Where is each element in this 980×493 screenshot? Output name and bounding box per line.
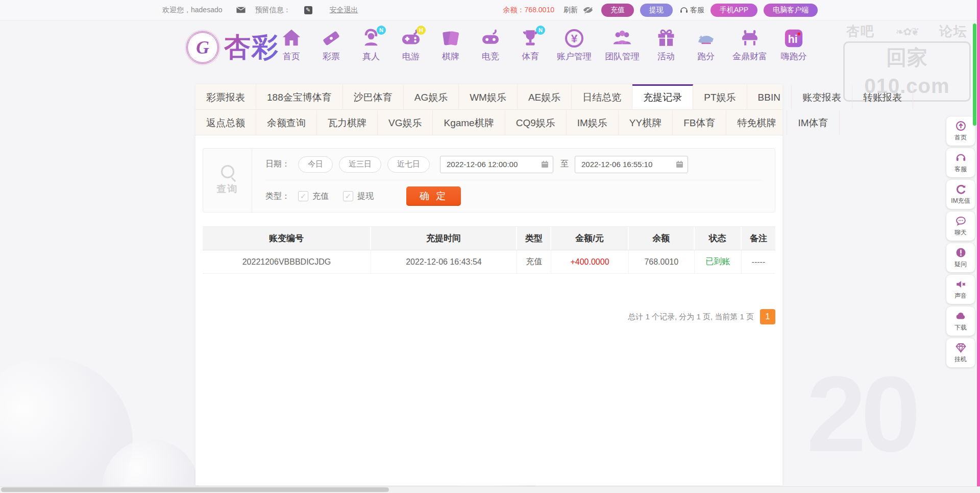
tab-Kgame棋牌[interactable]: Kgame棋牌 bbox=[433, 110, 505, 135]
nav-item-首页[interactable]: 首页 bbox=[278, 28, 305, 62]
quick-date-今日[interactable]: 今日 bbox=[298, 156, 333, 173]
tab-IM娱乐[interactable]: IM娱乐 bbox=[567, 110, 619, 135]
nav-label: 电游 bbox=[402, 51, 420, 62]
quick-date-近七日[interactable]: 近七日 bbox=[387, 156, 430, 173]
nav-label: 棋牌 bbox=[442, 51, 459, 62]
tab-BBIN[interactable]: BBIN bbox=[747, 84, 792, 109]
nav-item-棋牌[interactable]: 棋牌 bbox=[437, 28, 464, 62]
svg-text:¥: ¥ bbox=[571, 32, 578, 45]
nav-label: 电竞 bbox=[482, 51, 499, 62]
tab-188金宝博体育[interactable]: 188金宝博体育 bbox=[256, 84, 343, 109]
refresh-link[interactable]: 刷新 bbox=[564, 6, 578, 15]
nav-item-彩票[interactable]: 彩票 bbox=[318, 28, 345, 62]
cell-余额: 768.0010 bbox=[629, 250, 695, 273]
calendar-icon[interactable] bbox=[541, 160, 549, 168]
cell-类型: 充值 bbox=[517, 250, 551, 273]
nav-item-账户管理[interactable]: ¥账户管理 bbox=[557, 28, 592, 62]
home-icon bbox=[281, 28, 302, 49]
nav-label: 体育 bbox=[522, 51, 539, 62]
date-from-value: 2022-12-06 12:00:00 bbox=[447, 160, 518, 169]
col-header-账变编号: 账变编号 bbox=[203, 227, 371, 250]
tab-特免棋牌[interactable]: 特免棋牌 bbox=[726, 110, 787, 135]
tab-转账报表[interactable]: 转账报表 bbox=[852, 84, 913, 109]
nav-item-真人[interactable]: N真人 bbox=[358, 28, 384, 62]
logout-link[interactable]: 安全退出 bbox=[330, 6, 358, 15]
tab-账变报表[interactable]: 账变报表 bbox=[792, 84, 852, 109]
tab-日结总览[interactable]: 日结总览 bbox=[572, 84, 632, 109]
date-to-value: 2022-12-06 16:55:10 bbox=[581, 160, 652, 169]
withdraw-button[interactable]: 提现 bbox=[640, 4, 673, 17]
eye-off-icon[interactable] bbox=[583, 6, 593, 14]
tab-余额查询[interactable]: 余额查询 bbox=[256, 110, 317, 135]
horizontal-scrollbar-track[interactable] bbox=[0, 486, 980, 493]
message-envelope-icon[interactable] bbox=[236, 6, 246, 14]
download-cloud-icon bbox=[955, 311, 966, 322]
col-header-金额/元: 金额/元 bbox=[551, 227, 628, 250]
tab-YY棋牌[interactable]: YY棋牌 bbox=[619, 110, 673, 135]
nav-item-体育[interactable]: N体育 bbox=[517, 28, 544, 62]
nav-item-金鼎财富[interactable]: 金鼎财富 bbox=[732, 28, 767, 62]
confirm-button[interactable]: 确 定 bbox=[406, 186, 461, 206]
sidebar-声音[interactable]: 声音 bbox=[946, 275, 975, 304]
nav-item-跑分[interactable]: 跑分 bbox=[693, 28, 719, 62]
tab-FB体育[interactable]: FB体育 bbox=[673, 110, 726, 135]
sidebar-疑问[interactable]: 疑问 bbox=[946, 243, 975, 272]
nav-item-电游[interactable]: H电游 bbox=[398, 28, 424, 62]
logo-text: 杏彩 bbox=[224, 30, 279, 65]
tab-充提记录[interactable]: 充提记录 bbox=[632, 84, 693, 109]
sidebar-聊天[interactable]: 聊天 bbox=[946, 212, 975, 241]
tab-AE娱乐[interactable]: AE娱乐 bbox=[518, 84, 572, 109]
date-filter-row: 日期： 今日近三日近七日 2022-12-06 12:00:00 至 2022-… bbox=[265, 149, 762, 180]
tab-CQ9娱乐[interactable]: CQ9娱乐 bbox=[505, 110, 567, 135]
tab-彩票报表[interactable]: 彩票报表 bbox=[195, 84, 256, 109]
nav-item-嗨跑分[interactable]: hi嗨跑分 bbox=[780, 28, 807, 62]
date-to-input[interactable]: 2022-12-06 16:55:10 bbox=[575, 156, 688, 173]
tab-沙巴体育[interactable]: 沙巴体育 bbox=[343, 84, 404, 109]
svg-text:hi: hi bbox=[788, 33, 798, 45]
badge-H: H bbox=[416, 26, 426, 35]
cell-备注: ----- bbox=[742, 250, 775, 273]
checkbox-提现[interactable]: ✓ bbox=[343, 191, 353, 201]
main-nav: 首页彩票N真人H电游棋牌电竞N体育¥账户管理团队管理活动跑分金鼎财富hi嗨跑分 bbox=[278, 28, 807, 62]
calendar-icon[interactable] bbox=[676, 160, 683, 168]
ticket-icon bbox=[321, 28, 342, 49]
date-from-input[interactable]: 2022-12-06 12:00:00 bbox=[440, 156, 553, 173]
vertical-scrollbar-thumb[interactable] bbox=[973, 24, 976, 126]
nav-item-团队管理[interactable]: 团队管理 bbox=[605, 28, 640, 62]
tab-WM娱乐[interactable]: WM娱乐 bbox=[459, 84, 518, 109]
vertical-scrollbar-track[interactable] bbox=[977, 0, 980, 493]
tripod-icon bbox=[739, 28, 761, 49]
page-1-button[interactable]: 1 bbox=[760, 309, 775, 324]
exclamation-icon bbox=[955, 247, 966, 259]
balance-value: 768.0010 bbox=[525, 6, 554, 14]
mobile-app-button[interactable]: 手机APP bbox=[710, 4, 757, 17]
edit-icon[interactable]: ✎ bbox=[304, 6, 312, 14]
badge-N: N bbox=[377, 26, 386, 35]
sidebar-下载[interactable]: 下载 bbox=[946, 307, 975, 336]
nav-label: 账户管理 bbox=[557, 51, 592, 62]
customer-service-link[interactable]: 客服 bbox=[680, 6, 704, 15]
quick-date-近三日[interactable]: 近三日 bbox=[339, 156, 381, 173]
hi-icon: hi bbox=[783, 28, 804, 49]
pc-client-button[interactable]: 电脑客户端 bbox=[764, 4, 818, 17]
tab-AG娱乐[interactable]: AG娱乐 bbox=[404, 84, 459, 109]
headset-icon bbox=[955, 152, 966, 163]
tab-VG娱乐[interactable]: VG娱乐 bbox=[378, 110, 433, 135]
horizontal-scrollbar-thumb[interactable] bbox=[1, 487, 389, 492]
cell-账变编号: 20221206VBBBDICJDG bbox=[203, 250, 371, 273]
date-label: 日期： bbox=[265, 159, 290, 170]
sidebar-挂机[interactable]: 挂机 bbox=[946, 338, 975, 367]
checkbox-充值[interactable]: ✓ bbox=[298, 191, 308, 201]
tab-PT娱乐[interactable]: PT娱乐 bbox=[693, 84, 747, 109]
recharge-button[interactable]: 充值 bbox=[601, 4, 634, 17]
tab-返点总额[interactable]: 返点总额 bbox=[195, 110, 256, 135]
sidebar-IM充值[interactable]: IM充值 bbox=[946, 180, 975, 209]
nav-item-电竞[interactable]: 电竞 bbox=[477, 28, 504, 62]
nav-item-活动[interactable]: 活动 bbox=[653, 28, 679, 62]
tab-IM体育[interactable]: IM体育 bbox=[787, 110, 839, 135]
tab-瓦力棋牌[interactable]: 瓦力棋牌 bbox=[317, 110, 378, 135]
sidebar-首页[interactable]: 首页 bbox=[946, 116, 975, 146]
site-logo[interactable]: G 杏彩 bbox=[186, 30, 279, 65]
coin-icon: ¥ bbox=[564, 28, 585, 49]
sidebar-客服[interactable]: 客服 bbox=[946, 148, 975, 177]
